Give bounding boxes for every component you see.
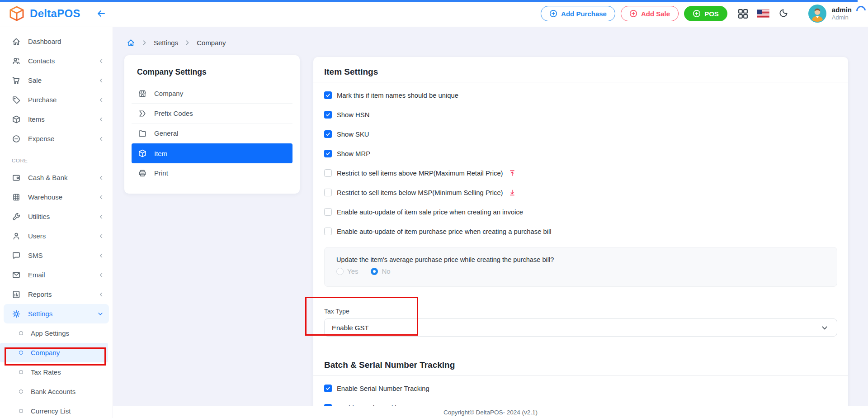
- settings-menu-label: Prefix Codes: [154, 109, 193, 117]
- sidebar-item-dashboard[interactable]: Dashboard: [0, 32, 113, 51]
- plus-circle-icon: [629, 10, 637, 18]
- breadcrumb-company[interactable]: Company: [197, 39, 226, 47]
- header-divider: [800, 0, 800, 27]
- checkbox-label: Enable Serial Number Tracking: [337, 385, 429, 392]
- sidebar-item-utilities[interactable]: Utilities: [0, 207, 113, 226]
- radio-selected-icon[interactable]: [371, 268, 378, 275]
- sidebar-item-sale[interactable]: Sale: [0, 71, 113, 90]
- sidebar-item-email[interactable]: Email: [0, 265, 113, 285]
- sidebar-item-users[interactable]: Users: [0, 226, 113, 246]
- sidebar-item-settings[interactable]: Settings: [4, 304, 109, 323]
- sidebar-item-purchase[interactable]: Purchase: [0, 90, 113, 109]
- sidebar-item-tax-rates[interactable]: Tax Rates: [0, 362, 113, 382]
- main-content: Settings Company Company Settings Compan…: [113, 27, 868, 418]
- settings-menu-label: General: [154, 129, 178, 137]
- checkbox-unchecked-icon[interactable]: [324, 189, 332, 196]
- add-sale-button[interactable]: Add Sale: [621, 6, 679, 21]
- divider: [313, 375, 848, 376]
- breadcrumb: Settings Company: [127, 36, 226, 49]
- checkbox-row-unique-names[interactable]: Mark this if item names should be unique: [324, 86, 837, 105]
- sidebar-section-core: CORE: [0, 148, 113, 168]
- language-flag-us-icon[interactable]: [755, 6, 771, 21]
- checkbox-unchecked-icon[interactable]: [324, 169, 332, 177]
- wallet-icon: [12, 173, 21, 182]
- checkbox-label: Show SKU: [337, 131, 369, 138]
- checkbox-unchecked-icon[interactable]: [324, 208, 332, 216]
- radio-no[interactable]: No: [371, 267, 390, 275]
- chevron-left-icon: [98, 214, 104, 220]
- apps-grid-icon[interactable]: [736, 6, 751, 21]
- chevron-left-icon: [98, 97, 104, 103]
- checkbox-row-restrict-above-mrp[interactable]: Restrict to sell items above MRP(Maximum…: [324, 163, 837, 183]
- tax-type-select[interactable]: Enable GST: [324, 318, 837, 337]
- settings-menu-prefix-codes[interactable]: Prefix Codes: [132, 104, 292, 124]
- sidebar-item-label: Reports: [28, 290, 91, 298]
- gear-icon: [12, 309, 21, 318]
- checkbox-label: Show MRP: [337, 150, 370, 157]
- report-chart-icon: [12, 290, 21, 299]
- price-up-icon: [509, 170, 515, 176]
- chevron-left-icon: [98, 233, 104, 239]
- tag-icon: [12, 95, 21, 104]
- chat-icon: [12, 251, 21, 260]
- plus-circle-icon: [693, 10, 701, 18]
- checkbox-row-autoupdate-sale-price[interactable]: Enable auto-update of item sale price wh…: [324, 202, 837, 222]
- add-purchase-button[interactable]: Add Purchase: [541, 6, 615, 21]
- settings-menu-company[interactable]: Company: [132, 84, 292, 104]
- sidebar-item-currency-list[interactable]: Currency List: [0, 401, 113, 418]
- checkbox-checked-icon[interactable]: [324, 91, 332, 99]
- sidebar-item-label: Contacts: [28, 57, 91, 65]
- settings-menu-item[interactable]: Item: [132, 143, 292, 163]
- tax-type-group: Tax Type Enable GST: [324, 308, 837, 337]
- breadcrumb-settings[interactable]: Settings: [154, 39, 178, 47]
- warehouse-grid-icon: [12, 193, 21, 202]
- settings-menu-print[interactable]: Print: [132, 163, 292, 183]
- checkbox-checked-icon[interactable]: [324, 150, 332, 157]
- checkbox-row-show-mrp[interactable]: Show MRP: [324, 144, 837, 163]
- sidebar-item-company[interactable]: Company: [0, 343, 108, 362]
- user-menu[interactable]: admin Admin: [808, 5, 852, 23]
- sidebar-item-label: Dashboard: [28, 38, 104, 45]
- sidebar-collapse-arrow-icon[interactable]: [96, 0, 107, 27]
- chevron-left-icon: [98, 194, 104, 200]
- sidebar-item-cash-bank[interactable]: Cash & Bank: [0, 168, 113, 187]
- sidebar-item-label: Items: [28, 115, 91, 123]
- sidebar-item-bank-accounts[interactable]: Bank Accounts: [0, 382, 113, 401]
- radio-unselected-icon[interactable]: [336, 268, 344, 275]
- prefix-ribbon-icon: [138, 109, 147, 118]
- sidebar-item-label: Utilities: [28, 213, 91, 220]
- checkbox-row-restrict-below-msp[interactable]: Restrict to sell items below MSP(Minimum…: [324, 183, 837, 202]
- pos-button[interactable]: POS: [684, 6, 727, 21]
- sidebar-subitem-label: App Settings: [31, 329, 69, 337]
- batch-serial-title: Batch & Serial Number Tracking: [324, 359, 837, 371]
- checkbox-checked-icon[interactable]: [324, 385, 332, 392]
- sidebar-subitem-label: Tax Rates: [31, 368, 61, 376]
- radio-yes[interactable]: Yes: [336, 267, 358, 275]
- checkbox-row-serial-tracking[interactable]: Enable Serial Number Tracking: [324, 379, 837, 398]
- checkbox-checked-icon[interactable]: [324, 111, 332, 119]
- dark-mode-moon-icon[interactable]: [775, 6, 791, 21]
- checkbox-checked-icon[interactable]: [324, 130, 332, 138]
- sidebar-item-reports[interactable]: Reports: [0, 285, 113, 304]
- sidebar-subitem-label: Bank Accounts: [31, 388, 75, 395]
- settings-menu-general[interactable]: General: [132, 124, 292, 143]
- company-settings-title: Company Settings: [124, 55, 300, 83]
- footer: Copyright© DeltaPOS- 2024 (v2.1): [113, 406, 868, 418]
- checkbox-unchecked-icon[interactable]: [324, 228, 332, 235]
- user-role: Admin: [832, 14, 852, 21]
- radio-label: No: [382, 267, 390, 275]
- sidebar-item-items[interactable]: Items: [0, 109, 113, 129]
- average-purchase-price-options: Yes No: [336, 267, 825, 275]
- tax-type-label: Tax Type: [324, 308, 837, 315]
- sidebar-item-contacts[interactable]: Contacts: [0, 51, 113, 71]
- checkbox-row-show-hsn[interactable]: Show HSN: [324, 105, 837, 124]
- sidebar-item-warehouse[interactable]: Warehouse: [0, 187, 113, 207]
- checkbox-row-show-sku[interactable]: Show SKU: [324, 124, 837, 144]
- sidebar-item-expense[interactable]: Expense: [0, 129, 113, 148]
- tax-type-value: Enable GST: [332, 324, 369, 332]
- bullet-icon: [19, 409, 23, 413]
- sidebar-item-sms[interactable]: SMS: [0, 246, 113, 265]
- checkbox-row-autoupdate-purchase-price[interactable]: Enable auto-update of item purchase pric…: [324, 222, 837, 241]
- sidebar-item-app-settings[interactable]: App Settings: [0, 323, 113, 343]
- breadcrumb-home-icon[interactable]: [127, 38, 135, 47]
